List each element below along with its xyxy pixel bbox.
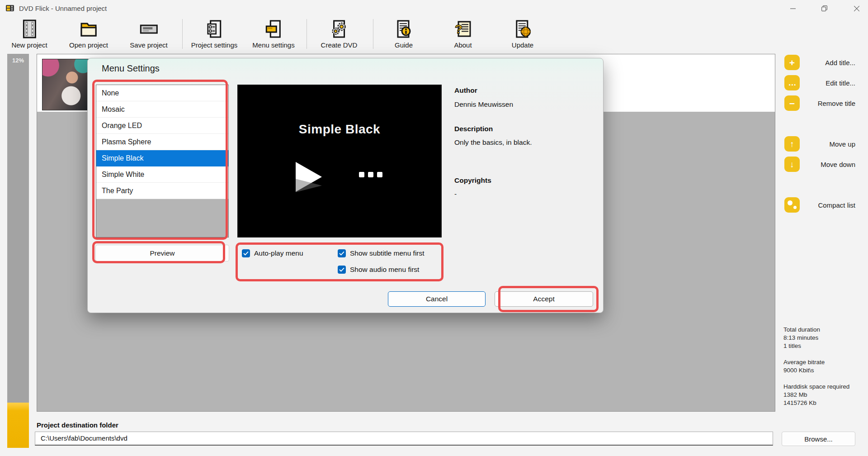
menu-template-list[interactable]: None Mosaic Orange LED Plasma Sphere Sim… xyxy=(96,85,229,238)
move-down-button[interactable]: ↓ Move down xyxy=(784,157,855,172)
list-item[interactable]: Mosaic xyxy=(96,101,228,118)
open-project-button[interactable]: Open project xyxy=(69,18,108,49)
total-duration-stats: Total duration 8:13 minutes 1 titles xyxy=(783,326,863,350)
remove-title-button[interactable]: − Remove title xyxy=(784,95,855,111)
create-dvd-button[interactable]: Create DVD xyxy=(321,18,358,49)
show-audio-menu-first-checkbox[interactable]: Show audio menu first xyxy=(338,265,419,275)
list-item-selected[interactable]: Simple Black xyxy=(96,150,228,166)
auto-play-menu-checkbox[interactable]: Auto-play menu xyxy=(242,248,303,258)
accept-button[interactable]: Accept xyxy=(495,291,593,307)
show-subtitle-menu-first-checkbox[interactable]: Show subtitle menu first xyxy=(338,248,425,258)
window-title: DVD Flick - Unnamed project xyxy=(19,0,107,17)
cancel-button[interactable]: Cancel xyxy=(388,291,486,307)
checkbox-checked-icon xyxy=(242,249,250,257)
remove-icon: − xyxy=(784,95,800,111)
list-item[interactable]: The Party xyxy=(96,183,228,199)
move-up-button[interactable]: ↑ Move up xyxy=(784,136,855,152)
close-icon xyxy=(854,6,859,11)
list-item[interactable]: Simple White xyxy=(96,166,228,183)
dialog-title: Menu Settings xyxy=(102,63,160,74)
toolbar-label: Save project xyxy=(130,41,167,49)
svg-text:?: ? xyxy=(455,22,462,36)
menu-settings-icon xyxy=(263,18,284,40)
disc-capacity-fill xyxy=(7,403,29,448)
save-project-icon xyxy=(138,18,160,40)
list-item[interactable]: None xyxy=(96,85,228,101)
toolbar-label: New project xyxy=(11,41,47,49)
destination-folder-value: C:\Users\fab\Documents\dvd xyxy=(41,434,127,442)
checkbox-checked-icon xyxy=(338,249,346,257)
restore-icon xyxy=(821,5,827,11)
save-project-button[interactable]: Save project xyxy=(130,18,167,49)
ellipsis-menu-icon xyxy=(359,172,382,177)
project-settings-button[interactable]: Project settings xyxy=(191,18,238,49)
toolbar-label: Guide xyxy=(395,41,413,49)
browse-button[interactable]: Browse... xyxy=(782,432,855,446)
title-bar: DVD Flick - Unnamed project xyxy=(0,0,868,17)
create-dvd-icon xyxy=(328,18,350,40)
copyrights-value: - xyxy=(454,190,457,198)
edit-icon: … xyxy=(784,75,800,90)
toolbar-label: Menu settings xyxy=(252,41,294,49)
toolbar-separator xyxy=(307,19,307,49)
description-label: Description xyxy=(454,125,493,133)
copyrights-label: Copyrights xyxy=(454,176,491,185)
destination-folder-label: Project destination folder xyxy=(37,421,118,429)
description-value: Only the basics, in black. xyxy=(454,138,532,147)
new-project-icon xyxy=(19,18,40,40)
toolbar-label: About xyxy=(454,41,472,49)
menu-preview: Simple Black xyxy=(237,85,442,238)
compact-list-button[interactable]: Compact list xyxy=(784,197,855,213)
toolbar-separator xyxy=(182,19,183,49)
play-icon-reflection xyxy=(296,179,322,192)
guide-icon xyxy=(393,18,415,40)
author-value: Dennis Meuwissen xyxy=(454,100,513,109)
author-label: Author xyxy=(454,86,477,95)
close-button[interactable] xyxy=(846,0,867,17)
compact-list-icon xyxy=(784,197,800,213)
add-icon: + xyxy=(784,55,800,70)
about-icon: ? xyxy=(452,18,474,40)
disc-capacity-meter: 12% xyxy=(7,54,29,448)
app-icon xyxy=(5,4,14,13)
toolbar-label: Project settings xyxy=(191,41,238,49)
update-icon xyxy=(512,18,533,40)
guide-button[interactable]: Guide xyxy=(393,18,415,49)
disk-space-stats: Harddisk space required 1382 Mb 1415726 … xyxy=(783,383,863,407)
bitrate-stats: Average bitrate 9000 Kbit\s xyxy=(783,358,863,375)
edit-title-button[interactable]: … Edit title... xyxy=(784,75,855,90)
list-item[interactable]: Orange LED xyxy=(96,118,228,134)
disc-capacity-percent: 12% xyxy=(7,57,29,64)
checkbox-checked-icon xyxy=(338,266,346,274)
preview-menu-title: Simple Black xyxy=(238,122,441,137)
minimize-icon xyxy=(790,6,796,11)
destination-folder-input[interactable]: C:\Users\fab\Documents\dvd xyxy=(35,432,773,446)
about-button[interactable]: ? About xyxy=(452,18,474,49)
toolbar-label: Create DVD xyxy=(321,41,358,49)
minimize-button[interactable] xyxy=(783,0,803,17)
open-project-icon xyxy=(78,18,99,40)
list-item[interactable]: Plasma Sphere xyxy=(96,134,228,150)
menu-settings-dialog: Menu Settings None Mosaic Orange LED Pla… xyxy=(87,58,604,313)
menu-settings-button[interactable]: Menu settings xyxy=(252,18,294,49)
toolbar-label: Update xyxy=(512,41,533,49)
video-thumbnail[interactable] xyxy=(42,59,89,110)
preview-button[interactable]: Preview xyxy=(95,245,229,261)
new-project-button[interactable]: New project xyxy=(11,18,47,49)
toolbar: New project Open project Save project xyxy=(0,17,868,51)
update-button[interactable]: Update xyxy=(512,18,533,49)
add-title-button[interactable]: + Add title... xyxy=(784,55,855,70)
move-down-icon: ↓ xyxy=(784,157,800,172)
restore-button[interactable] xyxy=(814,0,835,17)
toolbar-label: Open project xyxy=(69,41,108,49)
move-up-icon: ↑ xyxy=(784,136,800,152)
toolbar-separator xyxy=(373,19,373,49)
project-settings-icon xyxy=(203,18,225,40)
